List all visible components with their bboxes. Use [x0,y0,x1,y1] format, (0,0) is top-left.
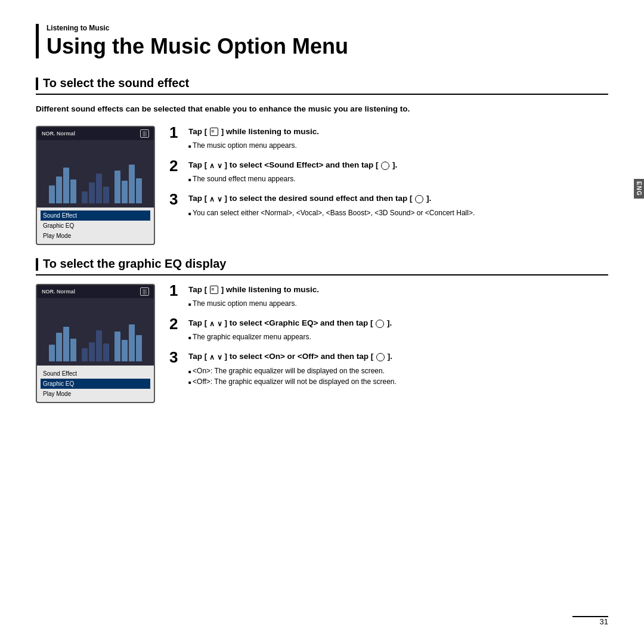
page-number: 31 [600,617,608,626]
confirm-icon-1-3 [415,195,423,203]
step-main-2-1: Tap [ ] while listening to music. [188,284,608,296]
step-2-2: 2 Tap [ ∧ ∨ ] to select <Graphic EQ> and… [169,317,608,342]
step-number-2-1: 1 [169,283,182,298]
arrow-up-icon-2-3: ∧ [209,352,215,363]
step-main-1-1: Tap [ ] while listening to music. [188,126,608,138]
step-main-1-2: Tap [ ∧ ∨ ] to select <Sound Effect> and… [188,159,608,171]
step-sub-2-1: The music option menu appears. [188,298,608,309]
step-1-1: 1 Tap [ ] while listening to music. The … [169,126,608,151]
step-2-3: 3 Tap [ ∧ ∨ ] to select <On> or <Off> an… [169,351,608,386]
device-battery-1: ||| [140,129,149,138]
step-sub-1-3: You can select either <Normal>, <Vocal>,… [188,208,608,218]
section-sound-effect: To select the sound effect Different sou… [36,76,608,245]
confirm-icon-1-2 [381,162,389,170]
section1-steps: 1 Tap [ ] while listening to music. The … [169,126,608,245]
arrow-down-icon-1-3: ∨ [217,194,222,205]
step-content-1-3: Tap [ ∧ ∨ ] to select the desired sound … [188,193,608,218]
eng-badge: ENG [634,179,644,199]
device-top-bar-2: NOR. Normal ||| [37,285,154,298]
step-number-1-3: 3 [169,191,182,207]
step-sub-2-2: The graphic equalizer menu appears. [188,332,608,342]
device-menu-2: Sound Effect Graphic EQ Play Mode [37,366,154,402]
step-number-1-1: 1 [169,125,182,140]
step-sub-2-3a: <On>: The graphic equalizer will be disp… [188,366,608,376]
menu-item-graphic-eq-1: Graphic EQ [43,221,148,231]
step-content-2-2: Tap [ ∧ ∨ ] to select <Graphic EQ> and t… [188,317,608,342]
step-2-1: 1 Tap [ ] while listening to music. The … [169,284,608,309]
menu-item-sound-effect-1: Sound Effect [41,210,150,221]
arrow-up-icon-2-2: ∧ [209,318,215,329]
step-sub-1-2: The sound effect menu appears. [188,174,608,184]
device-battery-2: ||| [140,287,149,296]
menu-item-play-mode-2: Play Mode [43,389,148,399]
step-content-1-1: Tap [ ] while listening to music. The mu… [188,126,608,151]
device-menu-1: Sound Effect Graphic EQ Play Mode [37,208,154,244]
step-1-2: 2 Tap [ ∧ ∨ ] to select <Sound Effect> a… [169,159,608,184]
arrow-down-icon-2-3: ∨ [217,352,222,363]
step-1-3: 3 Tap [ ∧ ∨ ] to select the desired soun… [169,193,608,218]
header-section: Listening to Music Using the Music Optio… [36,24,608,58]
step-number-2-3: 3 [169,349,182,365]
step-main-1-3: Tap [ ∧ ∨ ] to select the desired sound … [188,193,608,205]
device-top-bar-1: NOR. Normal ||| [37,127,154,140]
menu-icon-2-1 [210,286,218,294]
step-main-2-3: Tap [ ∧ ∨ ] to select <On> or <Off> and … [188,351,608,363]
page-container: ENG Listening to Music Using the Music O… [0,0,644,644]
section2-steps: 1 Tap [ ] while listening to music. The … [169,284,608,403]
step-content-1-2: Tap [ ∧ ∨ ] to select <Sound Effect> and… [188,159,608,184]
section2-content: NOR. Normal ||| [36,284,608,403]
arrow-down-icon-2-2: ∨ [217,318,222,329]
page-title: Using the Music Option Menu [47,35,608,58]
step-number-2-2: 2 [169,316,182,332]
device-screen-1: NOR. Normal ||| [36,126,155,245]
step-content-2-3: Tap [ ∧ ∨ ] to select <On> or <Off> and … [188,351,608,386]
step-number-1-2: 2 [169,158,182,174]
category-label: Listening to Music [47,24,608,32]
menu-item-sound-effect-2: Sound Effect [43,369,148,379]
step-main-2-2: Tap [ ∧ ∨ ] to select <Graphic EQ> and t… [188,317,608,329]
menu-icon-1-1 [210,128,218,136]
step-content-2-1: Tap [ ] while listening to music. The mu… [188,284,608,309]
menu-item-play-mode-1: Play Mode [43,231,148,241]
eq-display-2 [37,298,154,364]
device-label-1: NOR. Normal [42,131,75,137]
confirm-icon-2-3 [376,353,385,361]
section-graphic-eq: To select the graphic EQ display NOR. No… [36,257,608,403]
step-sub-1-1: The music option menu appears. [188,140,608,151]
section2-header: To select the graphic EQ display [36,257,608,275]
section1-title: To select the sound effect [43,76,189,89]
step-sub-2-3b: <Off>: The graphic equalizer will not be… [188,376,608,387]
device-label-2: NOR. Normal [42,289,75,295]
section1-content: NOR. Normal ||| [36,126,608,245]
section2-title: To select the graphic EQ display [43,257,227,270]
arrow-down-icon-1-2: ∨ [217,160,222,171]
confirm-icon-2-2 [376,320,384,328]
device-screen-2: NOR. Normal ||| [36,284,155,403]
arrow-up-icon-1-2: ∧ [209,160,215,171]
arrow-up-icon-1-3: ∧ [209,194,215,205]
section1-header: To select the sound effect [36,76,608,95]
menu-item-graphic-eq-2: Graphic EQ [41,379,150,389]
intro-text: Different sound effects can be selected … [36,103,608,115]
eq-display-1 [37,140,154,206]
